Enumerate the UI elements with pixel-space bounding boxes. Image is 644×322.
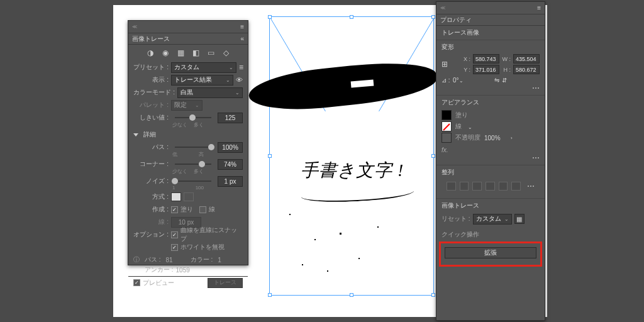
- align-more-icon[interactable]: ⋯: [527, 182, 535, 191]
- options-label: オプション :: [133, 230, 169, 239]
- paths-value[interactable]: 100%: [218, 142, 243, 153]
- ignore-white-label: ホワイトを無視: [180, 243, 225, 252]
- detail-disclosure[interactable]: 詳細: [128, 128, 248, 141]
- stroke-swatch[interactable]: [441, 121, 452, 131]
- quick-actions-header: クイック操作: [436, 230, 545, 240]
- fill-checkbox[interactable]: [171, 206, 178, 213]
- ignore-white-checkbox[interactable]: [171, 244, 178, 251]
- flip-v-icon[interactable]: ⇵: [502, 77, 507, 84]
- opacity-label: 不透明度: [455, 133, 480, 142]
- align-right-icon[interactable]: [472, 182, 482, 191]
- opacity-swatch[interactable]: [441, 133, 452, 143]
- noise-min: 1: [172, 185, 175, 191]
- stroke-checkbox[interactable]: [199, 206, 206, 213]
- x-value[interactable]: 580.743: [473, 54, 499, 64]
- transform-header: 変形: [441, 43, 540, 54]
- stroke-width-value: 10 px: [171, 217, 201, 228]
- expand-button[interactable]: 拡張: [445, 247, 536, 258]
- bw-icon: ◧: [191, 48, 200, 57]
- open-trace-panel-icon[interactable]: ▦: [514, 214, 525, 224]
- method-overlap-icon[interactable]: [184, 192, 194, 201]
- prop-preset-label: リセット :: [441, 214, 470, 223]
- trace-panel-header[interactable]: ≪ ≡: [128, 21, 248, 33]
- preview-checkbox[interactable]: [133, 279, 140, 286]
- opacity-chevron-icon[interactable]: ›: [511, 135, 513, 141]
- flip-h-icon[interactable]: ⇋: [494, 77, 499, 84]
- anchors-value: 1059: [176, 267, 190, 274]
- paths-info-label: パス :: [145, 255, 161, 264]
- eye-icon[interactable]: 👁: [236, 76, 243, 84]
- trace-button: トレース: [208, 278, 243, 288]
- make-label: 作成 :: [133, 205, 169, 214]
- y-value[interactable]: 371.016: [473, 65, 499, 74]
- prop-preset-dropdown[interactable]: カスタム⌄: [473, 214, 512, 225]
- display-dropdown[interactable]: トレース結果⌄: [171, 75, 233, 86]
- fill-swatch[interactable]: [441, 110, 452, 120]
- camera-icon: ◉: [161, 48, 170, 57]
- color-mode-label: カラーモード :: [133, 88, 175, 97]
- fx-label[interactable]: fx.: [441, 147, 448, 153]
- prop-subtitle: トレース画像: [436, 26, 545, 40]
- corner-min: 少なく: [172, 168, 187, 175]
- corner-label: コーナー :: [133, 160, 169, 169]
- palette-dropdown: 限定⌄: [171, 100, 203, 111]
- more-options-icon[interactable]: ⋯: [441, 84, 540, 92]
- noise-slider[interactable]: [175, 180, 211, 182]
- fill-label: 塗り: [180, 205, 193, 214]
- preview-label: プレビュー: [143, 279, 174, 287]
- detail-header: 詳細: [143, 130, 156, 139]
- threshold-value[interactable]: 125: [218, 113, 243, 123]
- prop-title: プロパティ: [440, 16, 472, 25]
- thresh-min: 少なく: [172, 121, 187, 128]
- fill-label: 塗り: [455, 111, 468, 119]
- corner-slider[interactable]: [175, 164, 211, 165]
- align-header: 整列: [441, 168, 540, 179]
- align-hcenter-icon[interactable]: [460, 182, 469, 191]
- display-label: 表示 :: [133, 75, 169, 84]
- angle-label: ⊿ :: [441, 77, 450, 84]
- angle-value[interactable]: 0°⌄: [453, 77, 479, 84]
- preset-dropdown[interactable]: カスタム⌄: [171, 62, 236, 73]
- preset-menu-icon[interactable]: ≡: [239, 63, 243, 72]
- appearance-more-icon[interactable]: ⋯: [441, 153, 540, 162]
- snap-label: 曲線を直線にスナップ: [180, 226, 243, 243]
- snap-checkbox[interactable]: [171, 231, 178, 238]
- corner-value[interactable]: 74%: [218, 159, 243, 170]
- image-trace-panel: ≪ ≡ 画像トレース « ◑ ◉ ▦ ◧ ▭ ◇ プリセット : カスタム⌄ ≡…: [128, 20, 248, 265]
- w-label: W :: [502, 56, 511, 62]
- trace-preset-icons[interactable]: ◑ ◉ ▦ ◧ ▭ ◇: [128, 45, 248, 61]
- anchors-label: アンカー :: [145, 265, 174, 274]
- thresh-max: 多く: [194, 121, 204, 128]
- paths-max: 高: [199, 151, 204, 158]
- align-left-icon[interactable]: [447, 182, 456, 191]
- align-top-icon[interactable]: [486, 182, 495, 191]
- noise-value[interactable]: 1 px: [218, 176, 243, 187]
- noise-max: 100: [196, 185, 204, 191]
- noise-label: ノイズ :: [133, 177, 169, 186]
- opacity-value[interactable]: 100%: [484, 135, 507, 142]
- w-value[interactable]: 435.504: [513, 54, 540, 64]
- shades-icon: ▦: [176, 48, 185, 57]
- prop-panel-header[interactable]: ≪ ≡: [436, 2, 545, 14]
- reference-point-icon[interactable]: ⊞: [441, 60, 450, 69]
- h-value[interactable]: 580.672: [513, 65, 540, 74]
- align-vcenter-icon[interactable]: [499, 182, 508, 191]
- prop-trace-header: 画像トレース: [441, 201, 540, 213]
- method-label: 方式 :: [133, 192, 169, 201]
- color-mode-dropdown[interactable]: 白黒⌄: [177, 87, 243, 98]
- stroke-label-opt: 線: [209, 205, 215, 214]
- collapse-icon[interactable]: «: [240, 35, 244, 42]
- method-abutting-icon[interactable]: [171, 192, 181, 201]
- expand-highlight: 拡張: [439, 242, 542, 267]
- appearance-header: アピアランス: [441, 98, 540, 109]
- threshold-slider[interactable]: [175, 117, 211, 118]
- colors-info-label: カラー :: [191, 255, 213, 264]
- y-label: Y :: [453, 67, 470, 73]
- align-bottom-icon[interactable]: [511, 182, 521, 191]
- auto-color-icon: ◑: [146, 48, 155, 57]
- stroke-width-label: 線 :: [133, 218, 169, 226]
- corner-max: 多く: [194, 168, 204, 175]
- stroke-weight[interactable]: ⌄: [468, 123, 491, 130]
- colors-info-value: 1: [218, 257, 221, 264]
- paths-slider[interactable]: [175, 147, 211, 148]
